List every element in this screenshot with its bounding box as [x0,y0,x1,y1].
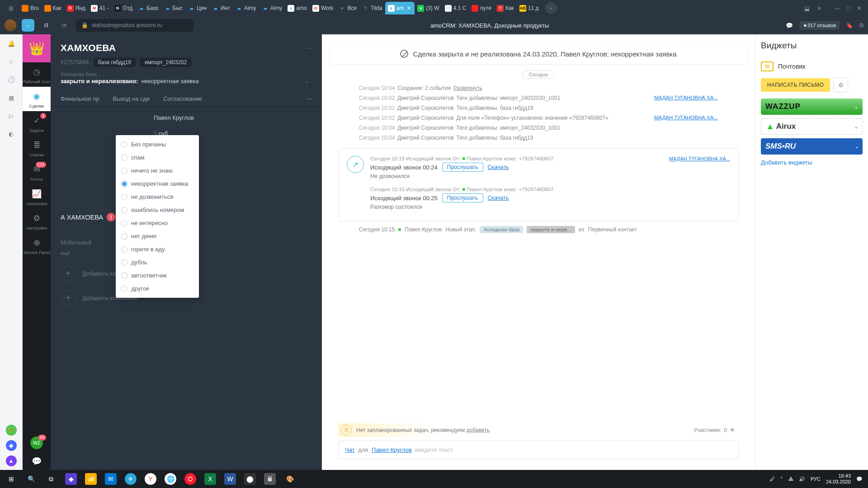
reason-option[interactable]: ошиблись номером [116,203,199,216]
widget-wazzup[interactable]: WAZZUP⌄ [761,99,863,115]
chat-input[interactable]: Чат для Павел Круглов: введите текст [338,441,739,459]
tray-clock[interactable]: 18:43 24.03.2020 [826,473,851,485]
url-input[interactable]: 🔒 dokhodniyproduct.amocrm.ru [76,19,193,32]
chat-user-link[interactable]: Павел Круглов [372,446,412,453]
reason-option[interactable]: спам [116,151,199,164]
collections-icon[interactable]: ▦ [6,92,17,103]
tab-grid-icon[interactable]: ⊞ [3,5,19,12]
browser-tab[interactable]: ☁Базо [135,2,161,14]
taskbar-app[interactable]: ✉ [101,470,120,488]
browser-tab[interactable]: aamo [285,2,309,14]
taskbar-app[interactable]: ◆ [61,470,80,488]
browser-tab[interactable]: ☁Быс [161,2,186,14]
pipeline-tab[interactable]: Выход на сде [113,95,150,102]
notifications-icon[interactable]: 🔔 [6,38,17,49]
chat-link[interactable]: Чат [345,446,355,453]
nav-tasks[interactable]: 1 ✓ Задачи [23,111,51,136]
add-widget-link[interactable]: Добавить виджеты [761,159,863,166]
alice-icon[interactable]: ▲ [6,455,17,466]
browser-tab[interactable]: ☁Цен [185,2,209,14]
reason-option[interactable]: нет денег [116,230,199,243]
tray-lang[interactable]: РУС [811,476,821,482]
reason-option[interactable]: автоответчик [116,269,199,282]
profile-avatar[interactable] [5,19,16,31]
entity-link[interactable]: МАДАН ТУГАНОВНА ХА... [669,156,730,161]
media-icon[interactable]: ▷ [6,110,17,121]
nav-wazzup[interactable]: 59 WZ [23,433,51,452]
more-icon[interactable]: ⋯ [306,95,312,102]
widget-mail[interactable]: ✉ Почтовик [761,58,863,75]
tray-chevron-icon[interactable]: ˄ [780,476,783,482]
browser-tab[interactable]: ●(3) W [415,2,442,14]
taskbar-app[interactable]: 🎨 [280,470,299,488]
close-icon[interactable]: ✕ [406,5,412,11]
reload-button[interactable]: ⟳ [58,19,71,32]
maximize-icon[interactable]: □ [847,5,850,12]
crm-logo[interactable]: 👑 [23,34,51,62]
search-button[interactable]: 🔍 [22,470,41,488]
history-icon[interactable]: 🕓 [6,74,17,85]
entity-link[interactable]: МАДАН ТУГАНОВНА ХА... [654,115,718,121]
taskbar-app[interactable]: 🌐 [161,470,180,488]
favorites-icon[interactable]: ☆ [6,56,17,67]
more-icon[interactable]: ⋯ [306,45,312,52]
taskbar-app[interactable]: 📁 [81,470,100,488]
filter-button[interactable]: ⚙ [834,78,848,92]
browser-tab[interactable]: AD11 д [517,2,542,14]
browser-tab[interactable]: ☁Инт [209,2,233,14]
browser-tab[interactable]: WWork [310,2,336,14]
start-button[interactable]: ⊞ [2,470,21,488]
taskbar-app[interactable]: ⬤ [241,470,259,488]
menu-icon[interactable]: ≡ [818,5,821,12]
zen-icon[interactable]: ◆ [6,440,17,451]
tray-notifications-icon[interactable]: 💬 [856,476,863,482]
bookmark-icon[interactable]: 🔖 [846,22,853,29]
back-button[interactable]: ← [22,19,34,32]
minimize-icon[interactable]: — [835,5,840,12]
new-tab-button[interactable]: + [545,2,557,14]
reason-option-selected[interactable]: некорректная заявка [116,177,199,190]
browser-tab[interactable]: ●Все [336,2,359,14]
close-window-icon[interactable]: ✕ [857,5,862,12]
manager-name[interactable]: Павел Круглов [154,114,312,121]
deal-title[interactable]: ХАМХОЕВА [61,42,116,53]
listen-button[interactable]: Прослушать [442,163,483,172]
browser-tab[interactable]: ☁Aimy [259,2,285,14]
widget-airux[interactable]: ▲Airux⌄ [761,118,863,135]
reason-option[interactable]: горите в аду [116,243,199,256]
chat-icon[interactable]: 💬 [786,22,793,29]
taskbar-app[interactable]: W [221,470,240,488]
browser-tab[interactable]: 📄4.1 С [442,2,469,14]
browser-tab[interactable]: M41 - [88,2,112,14]
taskbar-app[interactable]: Y [141,470,160,488]
browser-tab[interactable]: Bru [19,2,42,14]
task-view-button[interactable]: ⧉ [42,470,61,488]
listen-button[interactable]: Прослушать [442,193,483,202]
tray-icon[interactable]: 🖊 [770,476,775,482]
browser-tab[interactable]: путе [469,2,494,14]
reason-option[interactable]: не дозвониться [116,190,199,203]
nav-messenger[interactable]: 💬 [23,452,51,470]
translate-icon[interactable]: ◐ [6,128,17,139]
nav-deals[interactable]: ◉ Сделки [23,87,51,111]
add-task-link[interactable]: добавить [467,427,490,433]
taskbar-app[interactable]: X [201,470,220,488]
chevron-down-icon[interactable]: ⌄ [304,78,309,84]
yandex-home-icon[interactable]: Я [40,19,52,32]
browser-tab[interactable]: Как [42,2,64,14]
nav-dashboard[interactable]: ◷ Рабочий стол [23,62,51,87]
browser-tab-active[interactable]: aam✕ [385,2,415,14]
reviews-badge[interactable]: ★317 отзывов [799,21,840,30]
browser-tab[interactable]: TTilda [359,2,385,14]
reason-option[interactable]: не интересно [116,216,199,230]
deal-tag[interactable]: база гибдд19 [94,58,136,67]
nav-mail[interactable]: 124 ✉ Почта [23,160,51,184]
reason-option[interactable]: ничего не знаю [116,164,199,177]
reason-option[interactable]: другое [116,282,199,295]
taskbar-app[interactable]: O [181,470,200,488]
expand-link[interactable]: Развернуть [453,85,482,91]
browser-tab[interactable]: ☁Aimy [233,2,259,14]
taskbar-app[interactable]: ✈ [121,470,140,488]
browser-tab[interactable]: ?Как [494,2,517,14]
downloads-icon[interactable]: ⬓ [804,5,810,12]
